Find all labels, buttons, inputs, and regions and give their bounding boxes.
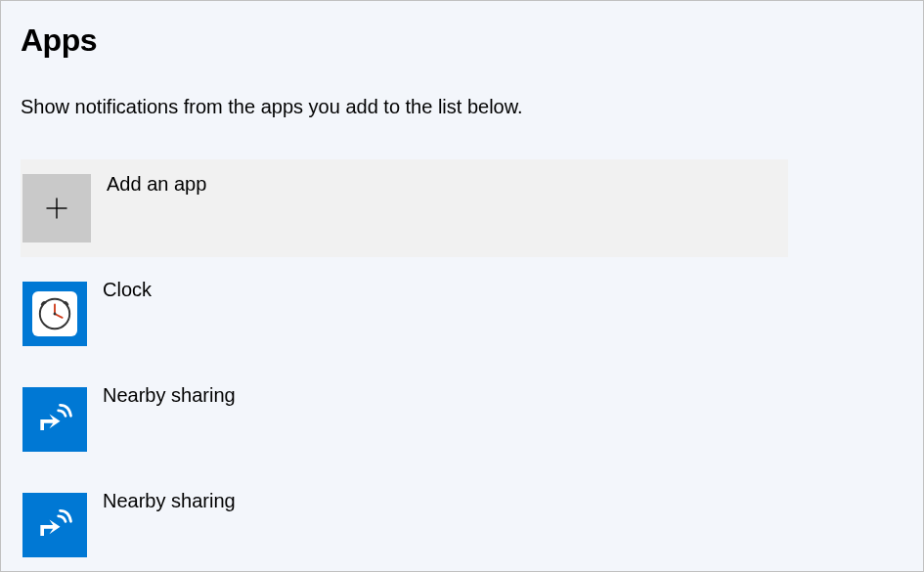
- app-item-nearby-sharing[interactable]: Nearby sharing: [21, 476, 903, 572]
- app-item-label: Nearby sharing: [103, 384, 236, 407]
- clock-icon: [22, 282, 87, 346]
- app-item-label: Nearby sharing: [103, 490, 236, 512]
- app-item-nearby-sharing[interactable]: Nearby sharing: [21, 371, 903, 468]
- add-app-label: Add an app: [107, 173, 206, 196]
- page-description: Show notifications from the apps you add…: [21, 96, 903, 118]
- nearby-sharing-icon: [22, 387, 87, 452]
- app-item-clock[interactable]: Clock: [21, 265, 903, 363]
- app-item-label: Clock: [103, 279, 152, 301]
- svg-point-5: [54, 313, 57, 316]
- page-title: Apps: [21, 22, 903, 59]
- plus-icon: [22, 174, 91, 242]
- nearby-sharing-icon: [22, 493, 87, 557]
- add-app-button[interactable]: Add an app: [21, 159, 788, 257]
